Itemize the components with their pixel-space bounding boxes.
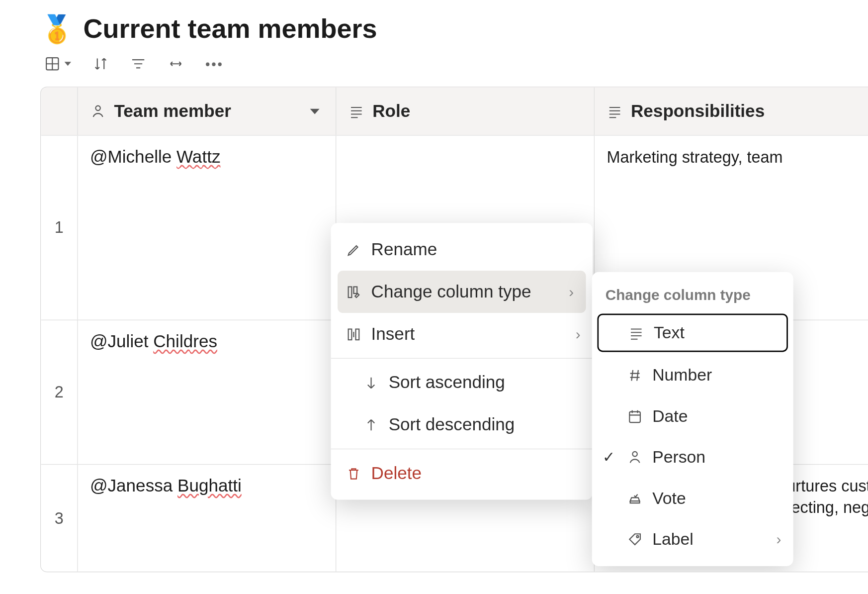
sort-icon — [92, 56, 108, 72]
row-number: 3 — [41, 465, 78, 572]
submenu-label: Text — [654, 323, 685, 342]
submenu-label: Vote — [652, 488, 686, 507]
menu-item-rename[interactable]: Rename — [331, 228, 593, 271]
mention-text: @Juliet — [90, 331, 153, 352]
row-number: 2 — [41, 320, 78, 464]
pencil-icon — [346, 241, 361, 257]
submenu-item-date[interactable]: Date — [592, 396, 793, 436]
filter-button[interactable] — [130, 56, 146, 72]
chevron-right-icon: › — [576, 325, 581, 343]
page-title-row: 🥇 Current team members — [40, 13, 868, 44]
submenu-item-vote[interactable]: Vote — [592, 478, 793, 518]
dots-icon: ••• — [205, 56, 223, 72]
more-options-button[interactable]: ••• — [205, 56, 223, 72]
submenu-item-person[interactable]: ✓ Person — [592, 437, 793, 478]
medal-icon: 🥇 — [40, 15, 74, 42]
svg-line-26 — [631, 370, 633, 381]
submenu-label: Number — [652, 365, 712, 385]
text-lines-icon — [607, 103, 622, 119]
text-lines-icon — [628, 325, 644, 341]
submenu-label: Person — [652, 447, 705, 467]
submenu-title: Change column type — [592, 279, 793, 312]
insert-column-icon — [346, 326, 361, 342]
autofit-icon — [168, 56, 184, 72]
menu-label: Sort descending — [389, 414, 515, 435]
members-table: Team member Role Responsibilities 1 — [40, 87, 868, 572]
chevron-down-icon[interactable] — [310, 108, 320, 114]
svg-rect-15 — [348, 287, 352, 297]
menu-item-insert[interactable]: Insert › — [331, 313, 593, 355]
calendar-icon — [627, 408, 643, 424]
svg-rect-28 — [629, 411, 640, 422]
hash-icon — [627, 367, 643, 383]
svg-rect-17 — [348, 329, 352, 340]
column-header-label: Role — [372, 101, 410, 122]
menu-separator — [331, 449, 593, 449]
submenu-label: Date — [652, 406, 688, 426]
page-root: 🥇 Current team members ••• — [0, 0, 868, 586]
column-pencil-icon — [346, 284, 361, 299]
view-switcher[interactable] — [44, 56, 71, 72]
cell-team-member[interactable]: @Juliet Childres — [78, 320, 337, 464]
menu-label: Rename — [371, 239, 437, 260]
menu-item-sort-ascending[interactable]: Sort ascending — [331, 361, 593, 403]
check-icon: ✓ — [603, 448, 614, 466]
menu-separator — [331, 358, 593, 359]
column-header-responsibilities[interactable]: Responsibilities — [595, 88, 868, 135]
chevron-right-icon: › — [569, 283, 574, 300]
svg-point-32 — [632, 451, 637, 456]
arrow-down-icon — [363, 375, 379, 391]
table-header-row: Team member Role Responsibilities — [41, 88, 868, 135]
vote-icon — [627, 490, 643, 506]
submenu-item-label[interactable]: Label › — [592, 518, 793, 559]
svg-point-33 — [636, 535, 638, 537]
page-title: Current team members — [83, 13, 377, 44]
mention-text: @Michelle — [90, 146, 176, 167]
column-header-team-member[interactable]: Team member — [78, 88, 337, 135]
column-header-role[interactable]: Role — [336, 88, 595, 135]
person-icon — [627, 449, 643, 465]
column-header-label: Responsibilities — [631, 99, 765, 123]
submenu-item-text[interactable]: Text — [598, 313, 788, 352]
chevron-right-icon: › — [777, 530, 781, 548]
arrow-up-icon — [363, 417, 379, 433]
menu-label: Sort ascending — [389, 372, 505, 393]
mention-text: @Janessa — [90, 476, 177, 496]
table-toolbar: ••• — [40, 44, 868, 78]
menu-item-sort-descending[interactable]: Sort descending — [331, 403, 593, 446]
spellcheck-squiggle: Childres — [153, 331, 217, 352]
submenu-label: Label — [652, 529, 694, 549]
svg-rect-16 — [353, 287, 357, 294]
responsibility-text: Marketing strategy, team — [607, 148, 782, 166]
column-header-label: Team member — [114, 101, 231, 122]
table-icon — [44, 56, 60, 72]
svg-rect-18 — [356, 329, 359, 340]
menu-item-delete[interactable]: Delete — [331, 452, 593, 495]
menu-item-change-column-type[interactable]: Change column type › — [338, 271, 586, 313]
cell-team-member[interactable]: @Janessa Bughatti — [78, 465, 337, 572]
row-number: 1 — [41, 136, 78, 320]
svg-point-6 — [95, 105, 100, 110]
tag-icon — [627, 531, 643, 547]
menu-label: Delete — [371, 463, 422, 484]
column-context-menu: Rename Change column type › Insert › — [331, 223, 593, 499]
autofit-button[interactable] — [168, 56, 184, 72]
chevron-down-icon — [65, 62, 72, 66]
filter-icon — [130, 56, 146, 72]
menu-label: Change column type — [371, 282, 531, 302]
cell-team-member[interactable]: @Michelle Wattz — [78, 136, 337, 320]
spellcheck-squiggle: Wattz — [176, 146, 220, 167]
trash-icon — [346, 465, 361, 481]
text-lines-icon — [348, 103, 364, 119]
svg-line-27 — [637, 370, 638, 381]
spellcheck-squiggle: Bughatti — [177, 476, 242, 496]
row-number-header — [41, 88, 78, 135]
person-icon — [90, 103, 106, 119]
menu-label: Insert — [371, 324, 415, 345]
sort-button[interactable] — [92, 56, 108, 72]
submenu-item-number[interactable]: Number — [592, 355, 793, 396]
change-column-type-submenu: Change column type Text Number Date — [592, 272, 793, 566]
